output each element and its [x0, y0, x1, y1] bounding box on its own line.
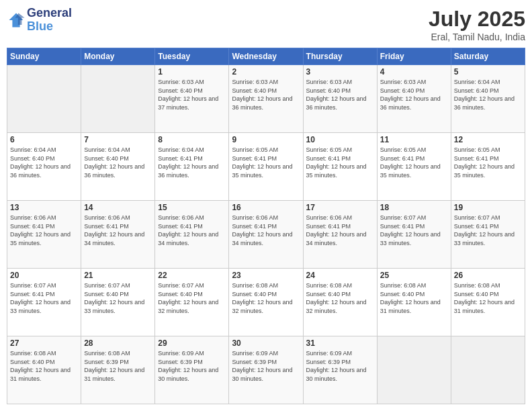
day-info: Sunrise: 6:07 AMSunset: 6:40 PMDaylight:… [158, 281, 226, 315]
weekday-header-sunday: Sunday [7, 48, 81, 65]
day-info: Sunrise: 6:03 AMSunset: 6:40 PMDaylight:… [158, 78, 226, 111]
calendar-cell: 30Sunrise: 6:09 AMSunset: 6:39 PMDayligh… [229, 336, 303, 404]
calendar-cell: 7Sunrise: 6:04 AMSunset: 6:40 PMDaylight… [81, 133, 155, 201]
day-info: Sunrise: 6:07 AMSunset: 6:41 PMDaylight:… [454, 214, 522, 247]
day-number: 16 [232, 203, 300, 212]
day-number: 29 [158, 338, 226, 348]
day-number: 6 [10, 135, 78, 144]
day-number: 3 [306, 67, 374, 77]
calendar-cell: 8Sunrise: 6:04 AMSunset: 6:41 PMDaylight… [155, 133, 229, 201]
weekday-header-wednesday: Wednesday [229, 48, 303, 65]
day-number: 18 [380, 203, 448, 212]
day-number: 13 [10, 203, 78, 212]
day-info: Sunrise: 6:07 AMSunset: 6:40 PMDaylight:… [84, 281, 152, 315]
day-info: Sunrise: 6:06 AMSunset: 6:41 PMDaylight:… [158, 214, 226, 247]
calendar-cell: 26Sunrise: 6:08 AMSunset: 6:40 PMDayligh… [451, 269, 525, 336]
day-info: Sunrise: 6:09 AMSunset: 6:39 PMDaylight:… [232, 349, 300, 383]
day-number: 31 [306, 338, 374, 348]
day-info: Sunrise: 6:08 AMSunset: 6:40 PMDaylight:… [454, 281, 522, 315]
calendar-cell: 21Sunrise: 6:07 AMSunset: 6:40 PMDayligh… [81, 269, 155, 336]
calendar-cell: 16Sunrise: 6:06 AMSunset: 6:41 PMDayligh… [229, 201, 303, 269]
day-number: 23 [232, 271, 300, 280]
day-info: Sunrise: 6:07 AMSunset: 6:41 PMDaylight:… [10, 281, 78, 315]
day-info: Sunrise: 6:09 AMSunset: 6:39 PMDaylight:… [158, 349, 226, 383]
day-info: Sunrise: 6:06 AMSunset: 6:41 PMDaylight:… [10, 214, 78, 247]
calendar: SundayMondayTuesdayWednesdayThursdayFrid… [7, 48, 525, 404]
day-info: Sunrise: 6:05 AMSunset: 6:41 PMDaylight:… [306, 146, 374, 179]
day-info: Sunrise: 6:04 AMSunset: 6:40 PMDaylight:… [10, 146, 78, 179]
day-number: 8 [158, 135, 226, 144]
day-info: Sunrise: 6:05 AMSunset: 6:41 PMDaylight:… [454, 146, 522, 179]
day-number: 10 [306, 135, 374, 144]
calendar-cell: 25Sunrise: 6:08 AMSunset: 6:40 PMDayligh… [377, 269, 451, 336]
day-number: 30 [232, 338, 300, 348]
day-info: Sunrise: 6:06 AMSunset: 6:41 PMDaylight:… [306, 214, 374, 247]
weekday-header-monday: Monday [81, 48, 155, 65]
day-info: Sunrise: 6:04 AMSunset: 6:40 PMDaylight:… [84, 146, 152, 179]
calendar-cell [377, 336, 451, 404]
calendar-cell [451, 336, 525, 404]
week-row-4: 20Sunrise: 6:07 AMSunset: 6:41 PMDayligh… [7, 269, 525, 336]
day-info: Sunrise: 6:08 AMSunset: 6:40 PMDaylight:… [306, 281, 374, 315]
day-number: 20 [10, 271, 78, 280]
day-info: Sunrise: 6:03 AMSunset: 6:40 PMDaylight:… [380, 78, 448, 111]
day-info: Sunrise: 6:05 AMSunset: 6:41 PMDaylight:… [232, 146, 300, 179]
day-number: 26 [454, 271, 522, 280]
calendar-cell: 29Sunrise: 6:09 AMSunset: 6:39 PMDayligh… [155, 336, 229, 404]
calendar-cell: 2Sunrise: 6:03 AMSunset: 6:40 PMDaylight… [229, 65, 303, 133]
calendar-cell: 18Sunrise: 6:07 AMSunset: 6:41 PMDayligh… [377, 201, 451, 269]
calendar-cell: 11Sunrise: 6:05 AMSunset: 6:41 PMDayligh… [377, 133, 451, 201]
day-number: 12 [454, 135, 522, 144]
day-number: 14 [84, 203, 152, 212]
logo: General Blue [7, 7, 72, 34]
day-number: 21 [84, 271, 152, 280]
day-info: Sunrise: 6:09 AMSunset: 6:39 PMDaylight:… [306, 349, 374, 383]
calendar-cell [81, 65, 155, 133]
logo-line1: General [27, 7, 72, 20]
week-row-3: 13Sunrise: 6:06 AMSunset: 6:41 PMDayligh… [7, 201, 525, 269]
calendar-cell: 28Sunrise: 6:08 AMSunset: 6:39 PMDayligh… [81, 336, 155, 404]
calendar-cell: 22Sunrise: 6:07 AMSunset: 6:40 PMDayligh… [155, 269, 229, 336]
calendar-cell: 3Sunrise: 6:03 AMSunset: 6:40 PMDaylight… [303, 65, 377, 133]
day-number: 5 [454, 67, 522, 77]
day-number: 2 [232, 67, 300, 77]
day-number: 28 [84, 338, 152, 348]
day-info: Sunrise: 6:08 AMSunset: 6:40 PMDaylight:… [232, 281, 300, 315]
day-info: Sunrise: 6:04 AMSunset: 6:40 PMDaylight:… [454, 78, 522, 111]
calendar-cell: 24Sunrise: 6:08 AMSunset: 6:40 PMDayligh… [303, 269, 377, 336]
month-year: July 2025 [429, 7, 525, 32]
day-info: Sunrise: 6:08 AMSunset: 6:40 PMDaylight:… [10, 349, 78, 383]
day-number: 15 [158, 203, 226, 212]
calendar-cell: 9Sunrise: 6:05 AMSunset: 6:41 PMDaylight… [229, 133, 303, 201]
calendar-cell: 31Sunrise: 6:09 AMSunset: 6:39 PMDayligh… [303, 336, 377, 404]
calendar-cell: 27Sunrise: 6:08 AMSunset: 6:40 PMDayligh… [7, 336, 81, 404]
calendar-cell: 13Sunrise: 6:06 AMSunset: 6:41 PMDayligh… [7, 201, 81, 269]
calendar-cell: 5Sunrise: 6:04 AMSunset: 6:40 PMDaylight… [451, 65, 525, 133]
title-block: July 2025 Eral, Tamil Nadu, India [429, 7, 525, 42]
calendar-cell: 17Sunrise: 6:06 AMSunset: 6:41 PMDayligh… [303, 201, 377, 269]
weekday-header-saturday: Saturday [451, 48, 525, 65]
calendar-cell: 10Sunrise: 6:05 AMSunset: 6:41 PMDayligh… [303, 133, 377, 201]
day-info: Sunrise: 6:08 AMSunset: 6:40 PMDaylight:… [380, 281, 448, 315]
day-number: 4 [380, 67, 448, 77]
day-number: 11 [380, 135, 448, 144]
calendar-cell: 6Sunrise: 6:04 AMSunset: 6:40 PMDaylight… [7, 133, 81, 201]
calendar-cell: 12Sunrise: 6:05 AMSunset: 6:41 PMDayligh… [451, 133, 525, 201]
day-number: 1 [158, 67, 226, 77]
week-row-5: 27Sunrise: 6:08 AMSunset: 6:40 PMDayligh… [7, 336, 525, 404]
calendar-cell: 20Sunrise: 6:07 AMSunset: 6:41 PMDayligh… [7, 269, 81, 336]
page: General Blue July 2025 Eral, Tamil Nadu,… [0, 0, 532, 411]
calendar-cell: 1Sunrise: 6:03 AMSunset: 6:40 PMDaylight… [155, 65, 229, 133]
day-info: Sunrise: 6:05 AMSunset: 6:41 PMDaylight:… [380, 146, 448, 179]
day-info: Sunrise: 6:03 AMSunset: 6:40 PMDaylight:… [232, 78, 300, 111]
day-number: 9 [232, 135, 300, 144]
logo-icon [7, 11, 26, 30]
calendar-cell: 19Sunrise: 6:07 AMSunset: 6:41 PMDayligh… [451, 201, 525, 269]
day-number: 27 [10, 338, 78, 348]
day-number: 19 [454, 203, 522, 212]
calendar-cell: 23Sunrise: 6:08 AMSunset: 6:40 PMDayligh… [229, 269, 303, 336]
weekday-header-tuesday: Tuesday [155, 48, 229, 65]
calendar-cell: 15Sunrise: 6:06 AMSunset: 6:41 PMDayligh… [155, 201, 229, 269]
header: General Blue July 2025 Eral, Tamil Nadu,… [7, 7, 525, 42]
weekday-header-friday: Friday [377, 48, 451, 65]
